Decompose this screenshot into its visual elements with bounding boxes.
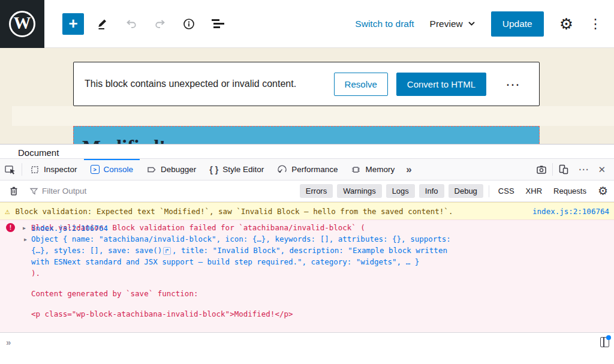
style-editor-icon: { }	[209, 165, 218, 175]
list-view-button[interactable]	[207, 14, 228, 34]
pencil-icon	[96, 17, 109, 31]
list-view-icon	[212, 19, 224, 28]
devtools-toolbar: Inspector > Console Debugger { } Style E…	[0, 158, 614, 181]
warning-triangle-icon: ⚠	[5, 207, 10, 215]
toolbar-separator	[489, 185, 489, 197]
devtools-panel: Document Inspector > Console Debugg	[0, 144, 614, 364]
devtools-options-icon[interactable]: ⋯	[573, 159, 593, 180]
details-button[interactable]	[179, 14, 199, 34]
object-preview-line-1[interactable]: Object { name: "atachibana/invalid-block…	[31, 234, 451, 243]
inspector-icon	[30, 165, 40, 175]
wordpress-logo-icon: W	[9, 11, 35, 37]
filter-buttons: Errors Warnings Logs Info Debug CSS XHR …	[300, 184, 609, 198]
block-more-options-icon[interactable]: ···	[505, 81, 520, 87]
console-settings-gear-icon[interactable]: ⚙	[594, 185, 609, 197]
wordpress-logo[interactable]: W	[0, 0, 44, 48]
selected-invalid-block[interactable]: Modified!	[73, 126, 540, 144]
devtools-toolbar-right: ⋯ ✕	[532, 159, 614, 180]
split-console-icon[interactable]	[600, 337, 609, 347]
redo-button[interactable]	[150, 14, 170, 34]
editor-header: W +	[0, 0, 614, 48]
warning-source-link[interactable]: index.js:2:106764	[532, 207, 609, 216]
filter-debug-button[interactable]: Debug	[449, 184, 483, 198]
filter-info-button[interactable]: Info	[419, 184, 444, 198]
filter-xhr-button[interactable]: XHR	[522, 184, 546, 198]
camera-icon	[536, 165, 547, 175]
tab-label: Console	[104, 165, 134, 174]
undo-button[interactable]	[121, 14, 142, 34]
console-filter-bar: Errors Warnings Logs Info Debug CSS XHR …	[0, 181, 614, 202]
filter-output-input[interactable]	[42, 186, 186, 195]
tab-label: Inspector	[44, 165, 77, 174]
object-preview-line-3: with ESNext standard and JSX support — b…	[31, 257, 419, 266]
trash-icon	[9, 186, 19, 196]
tab-label: Performance	[291, 165, 338, 174]
filter-errors-button[interactable]: Errors	[300, 184, 333, 198]
edit-mode-button[interactable]	[92, 14, 113, 34]
options-kebab-icon[interactable]: ⋮	[589, 17, 602, 31]
document-tab-row: Document	[0, 145, 614, 158]
error-close-paren: ).	[31, 269, 40, 278]
settings-gear-icon[interactable]: ⚙	[559, 16, 573, 32]
screenshot-button[interactable]	[532, 159, 551, 180]
editor-header-right: Switch to draft Preview Update ⚙ ⋮	[355, 11, 614, 37]
close-devtools-icon[interactable]: ✕	[593, 159, 610, 180]
filter-requests-button[interactable]: Requests	[550, 184, 590, 198]
responsive-design-icon	[558, 164, 569, 175]
preview-dropdown[interactable]: Preview	[430, 19, 475, 29]
console-input-row[interactable]: »	[0, 332, 614, 364]
filter-warnings-button[interactable]: Warnings	[337, 184, 381, 198]
error-twisty-icon[interactable]: ▶	[23, 225, 26, 231]
error-icon: !	[6, 223, 15, 232]
more-tabs-chevrons-icon[interactable]: »	[401, 159, 416, 180]
console-error-block: ! ▶ Block validation: Block validation f…	[0, 220, 614, 332]
object-preview-line-2[interactable]: {…}, styles: [], save: save()↱, title: "…	[31, 246, 447, 255]
console-prompt-icon[interactable]: »	[6, 337, 11, 347]
tab-console[interactable]: > Console	[84, 159, 140, 180]
console-icon: >	[91, 165, 100, 174]
filter-css-button[interactable]: CSS	[495, 184, 518, 198]
tab-style-editor[interactable]: { } Style Editor	[203, 159, 270, 180]
update-button[interactable]: Update	[491, 11, 544, 37]
responsive-design-mode-button[interactable]	[554, 159, 573, 180]
undo-icon	[124, 17, 139, 31]
warning-message: Block validation: Expected text `Modifie…	[15, 207, 453, 216]
pick-element-icon	[4, 164, 16, 175]
tab-inspector[interactable]: Inspector	[23, 159, 84, 180]
canvas-content-band	[12, 106, 614, 126]
error-html-output: <p class="wp-block-atachibana-invalid-bl…	[31, 309, 293, 318]
tab-debugger[interactable]: Debugger	[140, 159, 203, 180]
preview-label: Preview	[430, 19, 463, 29]
switch-to-draft-link[interactable]: Switch to draft	[355, 19, 414, 29]
tab-label: Debugger	[161, 165, 196, 174]
funnel-icon	[29, 187, 38, 195]
document-tab[interactable]: Document	[0, 148, 59, 158]
toolbar-separator	[22, 163, 22, 176]
editor-toolbar: +	[62, 13, 228, 35]
chevron-down-icon	[468, 21, 475, 26]
object-twisty-icon[interactable]: ▶	[24, 237, 27, 242]
info-icon	[182, 17, 195, 31]
tab-performance[interactable]: Performance	[270, 159, 344, 180]
block-inserter-button[interactable]: +	[62, 13, 84, 35]
clipped-block-heading: Modified!	[82, 137, 539, 144]
invalid-block-warning-card: This block contains unexpected or invali…	[73, 62, 540, 106]
performance-icon	[277, 164, 287, 175]
object-preview-text: {…}, styles: [], save: save()	[31, 246, 162, 255]
invalid-block-message: This block contains unexpected or invali…	[85, 79, 296, 89]
tab-label: Memory	[365, 165, 395, 174]
convert-to-html-button[interactable]: Convert to HTML	[396, 73, 486, 96]
error-content-label: Content generated by `save` function:	[31, 289, 198, 298]
object-preview-text: , title: "Invalid Block", description: "…	[172, 246, 447, 255]
memory-icon	[351, 165, 361, 175]
resolve-button[interactable]: Resolve	[334, 73, 388, 96]
console-warning-row: ⚠ Block validation: Expected text `Modif…	[0, 202, 614, 220]
editor-canvas: This block contains unexpected or invali…	[0, 48, 614, 144]
jump-to-definition-icon[interactable]: ↱	[163, 247, 171, 255]
tab-memory[interactable]: Memory	[344, 159, 401, 180]
clear-console-button[interactable]	[5, 186, 23, 196]
debugger-icon	[146, 165, 156, 175]
filter-logs-button[interactable]: Logs	[386, 184, 415, 198]
pick-element-button[interactable]	[0, 159, 20, 180]
error-source-link[interactable]: index.js:2:106764	[31, 224, 609, 233]
